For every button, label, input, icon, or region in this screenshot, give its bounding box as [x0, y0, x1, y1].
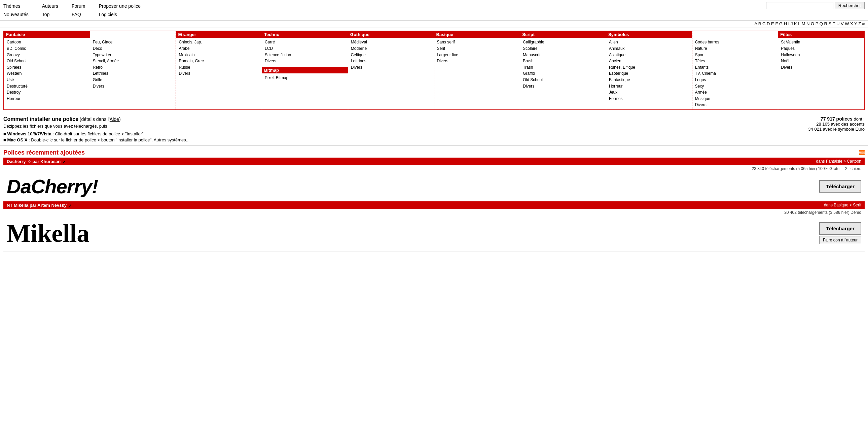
theme-item[interactable]: Fantastique — [609, 77, 689, 83]
theme-item[interactable]: Science-fiction — [265, 52, 345, 58]
theme-item[interactable]: Musique — [695, 96, 775, 102]
theme-item[interactable]: Enfants — [695, 64, 775, 71]
theme-item[interactable]: Pixel, Bitmap — [265, 75, 345, 81]
theme-item[interactable]: Old School — [523, 77, 603, 83]
theme-item[interactable]: Horreur — [609, 83, 689, 90]
theme-item[interactable]: Graffiti — [523, 70, 603, 77]
theme-item[interactable]: Calligraphie — [523, 39, 603, 46]
theme-item[interactable]: Romain, Grec — [179, 58, 259, 64]
theme-item[interactable]: Noël — [781, 58, 861, 64]
theme-header-fantaisie[interactable]: Fantaisie — [4, 31, 90, 38]
nav-logiciels[interactable]: Logiciels — [99, 10, 141, 19]
theme-item[interactable]: Médiéval — [351, 39, 431, 46]
search-button[interactable]: Rechercher — [835, 2, 865, 9]
theme-item[interactable]: Halloween — [781, 52, 861, 58]
theme-item[interactable]: Carré — [265, 39, 345, 46]
nav-top[interactable]: Top — [42, 10, 58, 19]
theme-item[interactable]: Groovy — [7, 52, 87, 58]
theme-item[interactable]: LCD — [265, 46, 345, 52]
donate-button-mikella[interactable]: Faire don à l'auteur — [819, 236, 861, 244]
theme-item[interactable]: Divers — [523, 83, 603, 90]
theme-item[interactable]: Divers — [695, 102, 775, 108]
theme-item[interactable]: Manuscrit — [523, 52, 603, 58]
download-button-mikella[interactable]: Télécharger — [819, 222, 861, 235]
theme-item[interactable]: Celtique — [351, 52, 431, 58]
theme-item[interactable]: Codes barres — [695, 39, 775, 46]
theme-item[interactable]: Jeux — [609, 89, 689, 96]
theme-item[interactable]: Destroy — [7, 89, 87, 96]
theme-item[interactable]: Pâques — [781, 46, 861, 52]
install-aide-link[interactable]: Aide — [110, 116, 119, 122]
theme-header-etranger[interactable]: Etranger — [176, 31, 262, 38]
theme-item[interactable]: Lettrines — [93, 70, 173, 77]
theme-item[interactable]: Old School — [7, 58, 87, 64]
nav-auteurs[interactable]: Auteurs — [42, 2, 58, 10]
theme-header-script[interactable]: Script — [520, 31, 606, 38]
theme-item[interactable]: Logos — [695, 77, 775, 83]
search-input[interactable] — [766, 2, 833, 9]
theme-header-gothique[interactable]: Gothique — [348, 31, 434, 38]
nav-themes[interactable]: Thèmes — [3, 2, 29, 10]
font-card-mikella-category[interactable]: dans Basique > Serif — [824, 203, 861, 207]
theme-header-bitmap[interactable]: Bitmap — [262, 67, 348, 74]
nav-faq[interactable]: FAQ — [72, 10, 85, 19]
theme-item[interactable]: Feu, Glace — [93, 39, 173, 46]
theme-item[interactable]: Brush — [523, 58, 603, 64]
theme-item[interactable]: BD, Comic — [7, 46, 87, 52]
nav-proposer[interactable]: Proposer une police — [99, 2, 141, 10]
theme-item[interactable]: Divers — [437, 58, 518, 64]
theme-item[interactable]: Typewriter — [93, 52, 173, 58]
font-author-dacherry[interactable]: Khurasan — [40, 159, 61, 164]
theme-item[interactable]: Formes — [609, 96, 689, 102]
nav-nouveautes[interactable]: Nouveautés — [3, 10, 29, 19]
theme-item[interactable]: Asiatique — [609, 52, 689, 58]
theme-item[interactable]: Divers — [781, 64, 861, 71]
theme-item[interactable]: Armée — [695, 89, 775, 96]
theme-item[interactable]: Divers — [93, 83, 173, 90]
install-autres-link[interactable]: Autres systèmes... — [153, 137, 190, 142]
font-author-mikella[interactable]: Artem Nevsky — [37, 203, 67, 208]
theme-item[interactable]: Sans serif — [437, 39, 518, 46]
theme-item[interactable]: Destructuré — [7, 83, 87, 90]
theme-header-symboles[interactable]: Symboles — [606, 31, 692, 38]
theme-item[interactable]: Divers — [179, 70, 259, 77]
theme-item[interactable]: Nature — [695, 46, 775, 52]
theme-item[interactable]: Stencil, Armée — [93, 58, 173, 64]
theme-item[interactable]: Chinois, Jap. — [179, 39, 259, 46]
theme-item[interactable]: Horreur — [7, 96, 87, 102]
nav-forum[interactable]: Forum — [72, 2, 85, 10]
theme-item[interactable]: Déco — [93, 46, 173, 52]
font-card-dacherry-category[interactable]: dans Fantaisie > Cartoon — [816, 159, 861, 164]
download-button-dacherry[interactable]: Télécharger — [819, 180, 861, 193]
theme-item[interactable]: Sport — [695, 52, 775, 58]
theme-item[interactable]: Largeur fixe — [437, 52, 518, 58]
theme-item[interactable]: Lettrines — [351, 58, 431, 64]
theme-item[interactable]: Animaux — [609, 46, 689, 52]
theme-header-basique[interactable]: Basique — [434, 31, 520, 38]
theme-item[interactable]: Moderne — [351, 46, 431, 52]
theme-item[interactable]: Alien — [609, 39, 689, 46]
theme-item[interactable]: Têtes — [695, 58, 775, 64]
theme-item[interactable]: Divers — [351, 64, 431, 71]
theme-item[interactable]: St Valentin — [781, 39, 861, 46]
theme-item[interactable]: Ancien — [609, 58, 689, 64]
theme-item[interactable]: Divers — [265, 58, 345, 64]
theme-header-techno[interactable]: Techno — [262, 31, 348, 38]
theme-header-fetes[interactable]: Fêtes — [778, 31, 864, 38]
theme-item[interactable]: Mexicain — [179, 52, 259, 58]
theme-item[interactable]: Grille — [93, 77, 173, 83]
theme-item[interactable]: Sexy — [695, 83, 775, 90]
theme-item[interactable]: Serif — [437, 46, 518, 52]
theme-item[interactable]: Spirales — [7, 64, 87, 71]
theme-item[interactable]: Usé — [7, 77, 87, 83]
theme-item[interactable]: Esotérique — [609, 70, 689, 77]
theme-item[interactable]: Cartoon — [7, 39, 87, 46]
theme-item[interactable]: Rétro — [93, 64, 173, 71]
theme-item[interactable]: Scolaire — [523, 46, 603, 52]
theme-item[interactable]: Western — [7, 70, 87, 77]
theme-item[interactable]: Runes, Elfique — [609, 64, 689, 71]
theme-item[interactable]: TV, Cinéma — [695, 70, 775, 77]
rss-icon[interactable]: RSS — [859, 150, 865, 155]
theme-item[interactable]: Trash — [523, 64, 603, 71]
theme-item[interactable]: Arabe — [179, 46, 259, 52]
